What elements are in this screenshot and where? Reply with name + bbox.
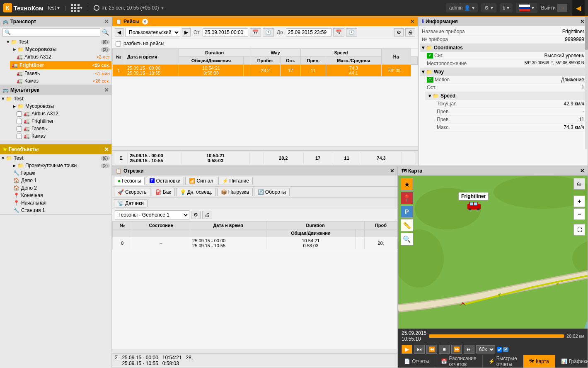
info-section-way[interactable]: ▾ 📁 Way (420, 68, 586, 76)
reysy-table-container[interactable]: № Дата и время Duration Way Speed На Общ… (112, 49, 418, 146)
reysy-tab-close[interactable]: ✕ (142, 19, 148, 24)
pb-prev-start-btn[interactable]: ⏮ (414, 345, 425, 354)
multitrack-scrollbar[interactable] (0, 140, 111, 144)
transport-group-test[interactable]: ▾ 📁 Test (6) (0, 38, 111, 46)
logout-button[interactable]: Выйти → (541, 4, 567, 12)
tab-bak[interactable]: ⛽ Бак (152, 188, 175, 196)
geo-item-nachalnaya[interactable]: 📍 Начальная (7, 199, 111, 207)
profile-selector[interactable]: Test ▾ (47, 5, 60, 11)
geo-item-waypoints[interactable]: ▸ 📁 Промежуточные точки (2) (7, 162, 111, 169)
otrezki-gear-btn[interactable]: ⚙ (191, 211, 201, 219)
tab-light[interactable]: 💡 Дн. освещ. (176, 188, 216, 196)
geo-item-depo1[interactable]: 🏠 Депо 1 (7, 177, 111, 184)
vehicle-airbus[interactable]: 🚛 Airbus A312 >2 лет (10, 53, 111, 61)
multitrack-close-btn[interactable]: ✕ (104, 87, 109, 93)
map-tool-ruler[interactable]: 📏 (401, 219, 413, 232)
map-layers-btn[interactable]: 🗂 (573, 178, 585, 190)
transport-subgroup-row[interactable]: ▸ 📁 Мусоровозы (2) (7, 46, 111, 53)
geo-item-garage[interactable]: 🔧 Гараж (7, 169, 111, 177)
reysy-date-from[interactable] (203, 28, 248, 37)
info-section-speed[interactable]: ▾ 📁 Speed (425, 92, 586, 100)
tab-ostanovki[interactable]: 🅿 Остановки (146, 177, 184, 185)
geo-group[interactable]: ▾ 📁 Test (6) (0, 154, 111, 162)
mt-check-gazel[interactable] (17, 126, 22, 132)
reysy-hscroll[interactable] (112, 146, 418, 150)
info-section-coordinates[interactable]: ▾ 📁 Coordinates (420, 44, 586, 52)
reysy-row-1[interactable]: 1 25.09.15 - 00:0025.09.15 - 10:55 10:54… (113, 65, 418, 77)
tab-pitanie[interactable]: ⚡ Питание (218, 177, 253, 185)
map-tool-orange[interactable]: ★ (401, 178, 413, 190)
otrezki-row-0[interactable]: 0 – 25.09.15 - 00:0025.09.15 - 10:55 10:… (113, 237, 397, 249)
tab-quick-reports[interactable]: ⚡ Быстрые отчеты (483, 355, 523, 368)
grid-icon[interactable]: ▾ (71, 4, 82, 12)
search-icon[interactable]: 🔍 (102, 29, 109, 36)
info-content[interactable]: Название прибора Frightliner № прибора 9… (419, 26, 588, 166)
map-tool-parking[interactable]: P (401, 205, 413, 218)
otrezki-hscroll[interactable] (112, 349, 397, 353)
tab-geozony[interactable]: ● Геозоны (114, 177, 145, 185)
map-zoom-out-btn[interactable]: − (573, 208, 585, 220)
tab-graphs[interactable]: 📊 Графики (555, 355, 588, 368)
tab-schedule[interactable]: 📅 Расписание отчетов (435, 355, 482, 368)
collapse-right-btn[interactable]: ◀ (572, 0, 585, 16)
map-zoom-in-btn[interactable]: + (573, 195, 585, 207)
geo-close-btn[interactable]: ✕ (104, 146, 109, 153)
pb-stop-btn[interactable]: ■ (439, 345, 450, 354)
karta-close-btn[interactable]: ✕ (580, 168, 584, 174)
otrezki-close-btn[interactable]: ✕ (390, 168, 394, 174)
reysy-settings-btn[interactable]: ⚙ (394, 28, 404, 37)
reysy-date-to[interactable] (286, 28, 332, 37)
admin-menu[interactable]: admin 👤 ▾ (446, 3, 478, 12)
tab-signal[interactable]: 📶 Сигнал (185, 177, 217, 185)
language-selector[interactable]: ▾ (516, 3, 537, 13)
vehicle-gazel[interactable]: 🚛 Газель <1 мин (10, 70, 111, 77)
transport-close-btn[interactable]: ✕ (104, 18, 109, 25)
pb-next-btn[interactable]: ⏩ (451, 345, 462, 354)
reysy-nav-prev[interactable]: ◀ (115, 28, 123, 37)
geo-item-depo2[interactable]: 🏠 Депо 2 (7, 184, 111, 192)
info-scrollbar[interactable] (585, 17, 588, 149)
pb-checkbox-p[interactable]: P (497, 347, 508, 352)
pb-speed-select[interactable]: 60x (476, 345, 495, 353)
map-tool-pin[interactable]: 📍 (401, 192, 413, 204)
otrezki-table-area[interactable]: № Состояние Дата и время Duration Проб (112, 221, 397, 349)
reysy-cal-from[interactable]: 📅 (250, 28, 261, 37)
tab-rpm[interactable]: 🔄 Обороты (254, 188, 290, 196)
reysy-cal-to[interactable]: 📅 (333, 28, 344, 37)
geo-item-konechnaya[interactable]: 📍 Конечная (7, 192, 111, 199)
pb-p-check[interactable] (497, 347, 502, 352)
reysy-print-btn[interactable]: 🖨 (405, 28, 415, 37)
reysy-filter-select[interactable]: Пользовательский (125, 28, 180, 37)
reysy-close-btn[interactable]: ✕ (410, 19, 414, 24)
reysy-time-from[interactable]: 🕐 (263, 28, 274, 37)
reysy-split-checkbox[interactable] (116, 41, 121, 46)
pb-prev-btn[interactable]: ⏪ (426, 345, 437, 354)
map-area[interactable]: Берегу Frightliner (398, 175, 588, 329)
otrezki-filter-select[interactable]: Геозоны - GeoFence 1 (115, 210, 189, 219)
left-panel: 🚌 Транспорт ✕ 🔍 ▾ 📁 Test (6) ▸ 📁 Мусоров… (0, 17, 112, 368)
otrezki-print-btn[interactable]: 🖨 (202, 211, 212, 219)
mt-check-frightliner[interactable] (17, 119, 22, 124)
settings-menu[interactable]: ⚙ ▾ (481, 3, 496, 12)
reysy-nav-next[interactable]: ▶ (182, 28, 191, 37)
map-fullscreen-btn[interactable]: ⛶ (573, 224, 585, 236)
mt-check-kamaz[interactable] (17, 134, 22, 139)
reysy-time-to[interactable]: 🕐 (346, 28, 357, 37)
tab-sensors[interactable]: 📡 Датчики (114, 199, 148, 207)
transport-search-input[interactable] (2, 28, 100, 37)
tab-speed[interactable]: 🚀 Скорость (114, 188, 150, 196)
tab-reports[interactable]: 📄 Отчеты (398, 355, 435, 368)
tab-load[interactable]: 📦 Нагрузка (217, 188, 253, 196)
multitrack-group[interactable]: ▾ 📁 Test (0, 95, 111, 102)
geo-item-station1[interactable]: 🔧 Станция 1 (7, 207, 111, 214)
vehicle-frightliner[interactable]: 🚛 Frightliner <26 сек. (10, 61, 111, 69)
map-tool-search[interactable]: 🔍 (401, 233, 413, 245)
mt-check-airbus[interactable] (17, 111, 22, 117)
pb-next-end-btn[interactable]: ⏭ (464, 345, 474, 354)
info-menu[interactable]: ℹ ▾ (500, 3, 513, 12)
vehicle-kamaz[interactable]: 🚛 Камаз <26 сек. (10, 77, 111, 85)
tab-map[interactable]: 🗺 Карта (523, 355, 555, 368)
pb-play-btn[interactable]: ▶ (402, 345, 412, 354)
playback-progress-bar[interactable] (429, 334, 564, 338)
info-close-btn[interactable]: ✕ (580, 19, 584, 24)
